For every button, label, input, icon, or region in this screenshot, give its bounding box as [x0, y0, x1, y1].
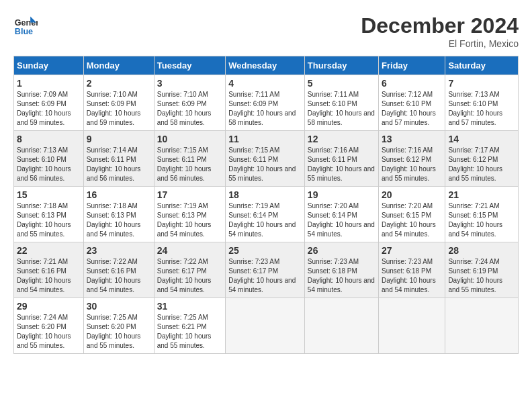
table-row: 13 Sunrise: 7:16 AM Sunset: 6:12 PM Dayl… [379, 131, 445, 187]
col-monday: Monday [83, 56, 154, 75]
day-number: 13 [382, 134, 442, 144]
day-info: Sunrise: 7:18 AM Sunset: 6:13 PM Dayligh… [17, 201, 81, 239]
table-row: 1 Sunrise: 7:09 AM Sunset: 6:09 PM Dayli… [14, 75, 84, 131]
day-info: Sunrise: 7:24 AM Sunset: 6:19 PM Dayligh… [448, 257, 515, 295]
calendar-week: 8 Sunrise: 7:13 AM Sunset: 6:10 PM Dayli… [14, 131, 519, 187]
table-row [445, 298, 519, 354]
day-info: Sunrise: 7:16 AM Sunset: 6:11 PM Dayligh… [308, 146, 375, 183]
table-row: 29 Sunrise: 7:24 AM Sunset: 6:20 PM Dayl… [14, 298, 84, 354]
table-row: 25 Sunrise: 7:23 AM Sunset: 6:17 PM Dayl… [226, 242, 305, 298]
table-row: 10 Sunrise: 7:15 AM Sunset: 6:11 PM Dayl… [154, 131, 225, 187]
day-info: Sunrise: 7:23 AM Sunset: 6:18 PM Dayligh… [308, 257, 375, 295]
table-row: 7 Sunrise: 7:13 AM Sunset: 6:10 PM Dayli… [445, 75, 519, 131]
logo: General Blue [13, 13, 38, 38]
location: El Fortin, Mexico [361, 38, 519, 49]
day-info: Sunrise: 7:14 AM Sunset: 6:11 PM Dayligh… [87, 146, 151, 183]
col-sunday: Sunday [14, 56, 84, 75]
day-number: 3 [157, 78, 222, 89]
table-row: 17 Sunrise: 7:19 AM Sunset: 6:13 PM Dayl… [154, 187, 225, 242]
day-number: 14 [448, 134, 515, 144]
table-row [379, 298, 445, 354]
day-info: Sunrise: 7:25 AM Sunset: 6:20 PM Dayligh… [87, 313, 151, 351]
day-info: Sunrise: 7:23 AM Sunset: 6:17 PM Dayligh… [228, 257, 302, 295]
day-info: Sunrise: 7:19 AM Sunset: 6:14 PM Dayligh… [228, 201, 302, 239]
table-row: 27 Sunrise: 7:23 AM Sunset: 6:18 PM Dayl… [379, 242, 445, 298]
day-info: Sunrise: 7:10 AM Sunset: 6:09 PM Dayligh… [157, 90, 222, 128]
day-info: Sunrise: 7:11 AM Sunset: 6:09 PM Dayligh… [228, 90, 302, 128]
day-number: 6 [382, 78, 442, 89]
table-row: 5 Sunrise: 7:11 AM Sunset: 6:10 PM Dayli… [304, 75, 378, 131]
day-number: 18 [228, 189, 302, 200]
table-row: 19 Sunrise: 7:20 AM Sunset: 6:14 PM Dayl… [304, 187, 378, 242]
calendar-table: Sunday Monday Tuesday Wednesday Thursday… [13, 56, 519, 354]
day-info: Sunrise: 7:15 AM Sunset: 6:11 PM Dayligh… [157, 146, 222, 183]
day-number: 17 [157, 189, 222, 200]
logo-icon: General Blue [13, 13, 38, 38]
table-row: 3 Sunrise: 7:10 AM Sunset: 6:09 PM Dayli… [154, 75, 225, 131]
day-number: 27 [382, 245, 442, 256]
month-title: December 2024 [361, 13, 519, 38]
day-number: 28 [448, 245, 515, 256]
header-row: Sunday Monday Tuesday Wednesday Thursday… [14, 56, 519, 75]
col-tuesday: Tuesday [154, 56, 225, 75]
day-number: 23 [87, 245, 151, 256]
col-thursday: Thursday [304, 56, 378, 75]
table-row: 21 Sunrise: 7:21 AM Sunset: 6:15 PM Dayl… [445, 187, 519, 242]
table-row: 15 Sunrise: 7:18 AM Sunset: 6:13 PM Dayl… [14, 187, 84, 242]
table-row: 31 Sunrise: 7:25 AM Sunset: 6:21 PM Dayl… [154, 298, 225, 354]
day-info: Sunrise: 7:16 AM Sunset: 6:12 PM Dayligh… [382, 146, 442, 183]
day-info: Sunrise: 7:13 AM Sunset: 6:10 PM Dayligh… [17, 146, 81, 183]
day-info: Sunrise: 7:23 AM Sunset: 6:18 PM Dayligh… [382, 257, 442, 295]
day-number: 4 [228, 78, 302, 89]
day-number: 22 [17, 245, 81, 256]
table-row: 30 Sunrise: 7:25 AM Sunset: 6:20 PM Dayl… [83, 298, 154, 354]
table-row: 16 Sunrise: 7:18 AM Sunset: 6:13 PM Dayl… [83, 187, 154, 242]
day-info: Sunrise: 7:21 AM Sunset: 6:15 PM Dayligh… [448, 201, 515, 239]
day-info: Sunrise: 7:10 AM Sunset: 6:09 PM Dayligh… [87, 90, 151, 128]
calendar-week: 29 Sunrise: 7:24 AM Sunset: 6:20 PM Dayl… [14, 298, 519, 354]
table-row: 14 Sunrise: 7:17 AM Sunset: 6:12 PM Dayl… [445, 131, 519, 187]
day-number: 11 [228, 134, 302, 144]
table-row: 26 Sunrise: 7:23 AM Sunset: 6:18 PM Dayl… [304, 242, 378, 298]
day-number: 2 [87, 78, 151, 89]
col-saturday: Saturday [445, 56, 519, 75]
col-friday: Friday [379, 56, 445, 75]
day-info: Sunrise: 7:20 AM Sunset: 6:15 PM Dayligh… [382, 201, 442, 239]
day-info: Sunrise: 7:15 AM Sunset: 6:11 PM Dayligh… [228, 146, 302, 183]
col-wednesday: Wednesday [226, 56, 305, 75]
day-number: 7 [448, 78, 515, 89]
day-number: 8 [17, 134, 81, 144]
day-number: 10 [157, 134, 222, 144]
day-info: Sunrise: 7:22 AM Sunset: 6:16 PM Dayligh… [87, 257, 151, 295]
title-block: December 2024 El Fortin, Mexico [361, 13, 519, 49]
day-info: Sunrise: 7:12 AM Sunset: 6:10 PM Dayligh… [382, 90, 442, 128]
day-info: Sunrise: 7:11 AM Sunset: 6:10 PM Dayligh… [308, 90, 375, 128]
day-number: 30 [87, 301, 151, 312]
table-row: 12 Sunrise: 7:16 AM Sunset: 6:11 PM Dayl… [304, 131, 378, 187]
day-number: 1 [17, 78, 81, 89]
day-number: 21 [448, 189, 515, 200]
table-row: 18 Sunrise: 7:19 AM Sunset: 6:14 PM Dayl… [226, 187, 305, 242]
table-row: 28 Sunrise: 7:24 AM Sunset: 6:19 PM Dayl… [445, 242, 519, 298]
day-info: Sunrise: 7:18 AM Sunset: 6:13 PM Dayligh… [87, 201, 151, 239]
day-number: 16 [87, 189, 151, 200]
day-info: Sunrise: 7:24 AM Sunset: 6:20 PM Dayligh… [17, 313, 81, 351]
table-row: 2 Sunrise: 7:10 AM Sunset: 6:09 PM Dayli… [83, 75, 154, 131]
day-number: 20 [382, 189, 442, 200]
table-row: 8 Sunrise: 7:13 AM Sunset: 6:10 PM Dayli… [14, 131, 84, 187]
calendar-week: 1 Sunrise: 7:09 AM Sunset: 6:09 PM Dayli… [14, 75, 519, 131]
table-row: 24 Sunrise: 7:22 AM Sunset: 6:17 PM Dayl… [154, 242, 225, 298]
table-row: 20 Sunrise: 7:20 AM Sunset: 6:15 PM Dayl… [379, 187, 445, 242]
day-number: 29 [17, 301, 81, 312]
day-info: Sunrise: 7:13 AM Sunset: 6:10 PM Dayligh… [448, 90, 515, 128]
table-row [226, 298, 305, 354]
day-info: Sunrise: 7:25 AM Sunset: 6:21 PM Dayligh… [157, 313, 222, 351]
day-number: 31 [157, 301, 222, 312]
day-number: 24 [157, 245, 222, 256]
day-info: Sunrise: 7:17 AM Sunset: 6:12 PM Dayligh… [448, 146, 515, 183]
calendar-week: 15 Sunrise: 7:18 AM Sunset: 6:13 PM Dayl… [14, 187, 519, 242]
day-number: 26 [308, 245, 375, 256]
svg-text:Blue: Blue [15, 27, 33, 36]
day-number: 15 [17, 189, 81, 200]
table-row: 11 Sunrise: 7:15 AM Sunset: 6:11 PM Dayl… [226, 131, 305, 187]
